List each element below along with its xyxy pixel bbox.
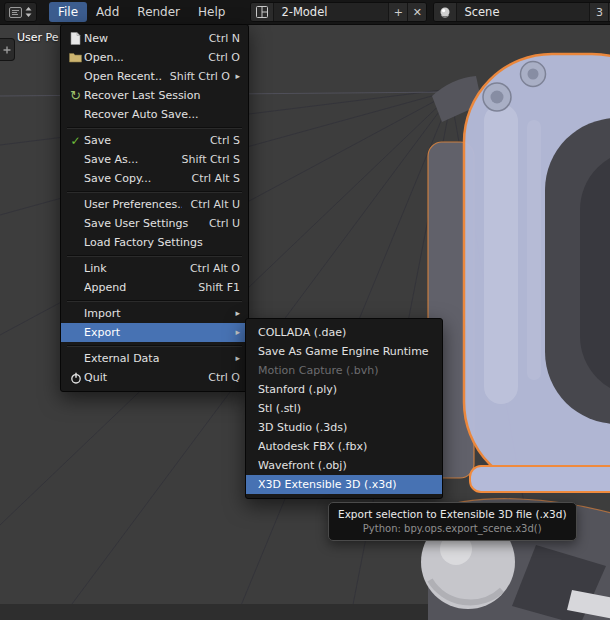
menu-item-label: Save User Settings bbox=[84, 217, 201, 230]
menu-render[interactable]: Render bbox=[128, 2, 189, 22]
menu-item-save[interactable]: ✓SaveCtrl S bbox=[61, 131, 248, 150]
menu-item-label: Recover Last Session bbox=[84, 89, 240, 102]
menu-item-label: New bbox=[84, 32, 201, 45]
menu-item-label: Stl (.stl) bbox=[258, 402, 434, 415]
menu-item-label: Save As Game Engine Runtime bbox=[258, 345, 434, 358]
menu-item-shortcut: Ctrl S bbox=[210, 134, 240, 147]
browse-screens-icon[interactable] bbox=[251, 3, 274, 21]
menu-item-open-recent[interactable]: Open Recent...Shift Ctrl O▸ bbox=[61, 67, 248, 86]
editor-type-selector[interactable] bbox=[4, 2, 37, 22]
header-menubar: File Add Render Help bbox=[49, 2, 234, 22]
browse-scenes-icon[interactable] bbox=[434, 3, 457, 21]
menu-item-shortcut: Ctrl Alt U bbox=[190, 198, 240, 211]
menu-item-label: Export bbox=[84, 326, 230, 339]
menu-item-label: Motion Capture (.bvh) bbox=[258, 364, 434, 377]
menu-item-append[interactable]: AppendShift F1 bbox=[61, 278, 248, 297]
viewport-view-label: User Pe bbox=[17, 31, 59, 44]
menu-item-shortcut: Ctrl Alt S bbox=[192, 172, 240, 185]
operator-tooltip: Export selection to Extensible 3D file (… bbox=[328, 502, 577, 541]
menu-item-label: Load Factory Settings bbox=[84, 236, 240, 249]
add-screen-button[interactable]: + bbox=[388, 3, 407, 21]
editor-selector-arrows-icon bbox=[25, 7, 32, 17]
menu-item-shortcut: Shift Ctrl S bbox=[181, 153, 240, 166]
toolshelf-open-tab[interactable] bbox=[0, 38, 15, 61]
menu-item-label: Import bbox=[84, 307, 230, 320]
recover-icon: ↻ bbox=[67, 88, 84, 103]
menu-item-autodesk-fbx-fbx[interactable]: Autodesk FBX (.fbx) bbox=[246, 437, 442, 456]
submenu-arrow-icon: ▸ bbox=[230, 349, 240, 368]
menu-item-label: Open Recent... bbox=[84, 70, 162, 83]
menu-item-label: Append bbox=[84, 281, 190, 294]
menu-item-collada-dae[interactable]: COLLADA (.dae) bbox=[246, 323, 442, 342]
menu-item-open[interactable]: Open...Ctrl O bbox=[61, 48, 248, 67]
tooltip-python: Python: bpy.ops.export_scene.x3d() bbox=[338, 523, 567, 534]
tooltip-title: Export selection to Extensible 3D file (… bbox=[338, 508, 567, 520]
scene-name-field[interactable]: Scene bbox=[457, 5, 589, 19]
menu-item-save-as[interactable]: Save As...Shift Ctrl S bbox=[61, 150, 248, 169]
menu-item-shortcut: Ctrl Alt O bbox=[190, 262, 240, 275]
delete-screen-button[interactable]: ✕ bbox=[407, 3, 426, 21]
menu-item-wavefront-obj[interactable]: Wavefront (.obj) bbox=[246, 456, 442, 475]
menu-item-stl-stl[interactable]: Stl (.stl) bbox=[246, 399, 442, 418]
menu-item-label: Save bbox=[84, 134, 202, 147]
menu-item-user-preferences[interactable]: User Preferences...Ctrl Alt U bbox=[61, 195, 248, 214]
plus-icon bbox=[3, 46, 11, 54]
menu-item-motion-capture-bvh[interactable]: Motion Capture (.bvh) bbox=[246, 361, 442, 380]
menu-item-quit[interactable]: QuitCtrl Q bbox=[61, 368, 248, 387]
menu-item-label: 3D Studio (.3ds) bbox=[258, 421, 434, 434]
scene-selector: Scene 3 + bbox=[433, 2, 610, 22]
menu-separator bbox=[61, 188, 248, 195]
menu-item-new[interactable]: NewCtrl N bbox=[61, 29, 248, 48]
menu-item-shortcut: Ctrl O bbox=[208, 51, 240, 64]
menu-item-external-data[interactable]: External Data▸ bbox=[61, 349, 248, 368]
menu-item-link[interactable]: LinkCtrl Alt O bbox=[61, 259, 248, 278]
menu-item-save-user-settings[interactable]: Save User SettingsCtrl U bbox=[61, 214, 248, 233]
menu-item-label: Autodesk FBX (.fbx) bbox=[258, 440, 434, 453]
folder-icon bbox=[67, 52, 84, 63]
menu-item-save-copy[interactable]: Save Copy...Ctrl Alt S bbox=[61, 169, 248, 188]
menu-separator bbox=[61, 297, 248, 304]
menu-item-stanford-ply[interactable]: Stanford (.ply) bbox=[246, 380, 442, 399]
menu-separator bbox=[61, 124, 248, 131]
menu-separator bbox=[61, 342, 248, 349]
menu-item-label: Recover Auto Save... bbox=[84, 108, 240, 121]
menu-item-export[interactable]: Export▸ bbox=[61, 323, 248, 342]
menu-item-shortcut: Ctrl N bbox=[209, 32, 240, 45]
submenu-arrow-icon: ▸ bbox=[230, 323, 240, 342]
helmet-reflection bbox=[484, 104, 518, 404]
menu-item-shortcut: Shift Ctrl O bbox=[170, 70, 230, 83]
helmet-reflection-thin bbox=[527, 120, 541, 380]
menu-item-recover-last-session[interactable]: ↻Recover Last Session bbox=[61, 86, 248, 105]
menu-item-label: External Data bbox=[84, 352, 230, 365]
menu-item-shortcut: Shift F1 bbox=[198, 281, 240, 294]
file-menu-dropdown: NewCtrl NOpen...Ctrl OOpen Recent...Shif… bbox=[60, 24, 249, 392]
screen-name-field[interactable]: 2-Model bbox=[274, 5, 388, 19]
menu-item-3d-studio-3ds[interactable]: 3D Studio (.3ds) bbox=[246, 418, 442, 437]
scene-users-count-button[interactable]: 3 bbox=[589, 3, 608, 21]
menu-item-label: Stanford (.ply) bbox=[258, 383, 434, 396]
menu-file[interactable]: File bbox=[49, 2, 87, 22]
menu-item-x3d-extensible-3d-x3d[interactable]: X3D Extensible 3D (.x3d) bbox=[246, 475, 442, 494]
submenu-arrow-icon: ▸ bbox=[230, 67, 240, 86]
menu-item-label: Open... bbox=[84, 51, 200, 64]
menu-add[interactable]: Add bbox=[87, 2, 128, 22]
menu-item-label: Save As... bbox=[84, 153, 173, 166]
menu-item-label: Save Copy... bbox=[84, 172, 184, 185]
menu-item-label: Link bbox=[84, 262, 182, 275]
check-icon: ✓ bbox=[67, 134, 84, 148]
menu-item-load-factory-settings[interactable]: Load Factory Settings bbox=[61, 233, 248, 252]
menu-item-shortcut: Ctrl U bbox=[209, 217, 240, 230]
helmet-neck-rim bbox=[470, 466, 610, 492]
screen-layout-selector: 2-Model + ✕ bbox=[250, 2, 427, 22]
info-editor-icon bbox=[9, 7, 22, 18]
menu-item-import[interactable]: Import▸ bbox=[61, 304, 248, 323]
menu-help[interactable]: Help bbox=[189, 2, 234, 22]
menu-item-recover-auto-save[interactable]: Recover Auto Save... bbox=[61, 105, 248, 124]
power-icon bbox=[67, 372, 84, 384]
menu-item-label: X3D Extensible 3D (.x3d) bbox=[258, 478, 434, 491]
menu-separator bbox=[61, 252, 248, 259]
menu-item-label: Wavefront (.obj) bbox=[258, 459, 434, 472]
menu-item-label: User Preferences... bbox=[84, 198, 182, 211]
menu-item-save-as-game-engine-runtime[interactable]: Save As Game Engine Runtime bbox=[246, 342, 442, 361]
menu-item-label: Quit bbox=[84, 371, 200, 384]
